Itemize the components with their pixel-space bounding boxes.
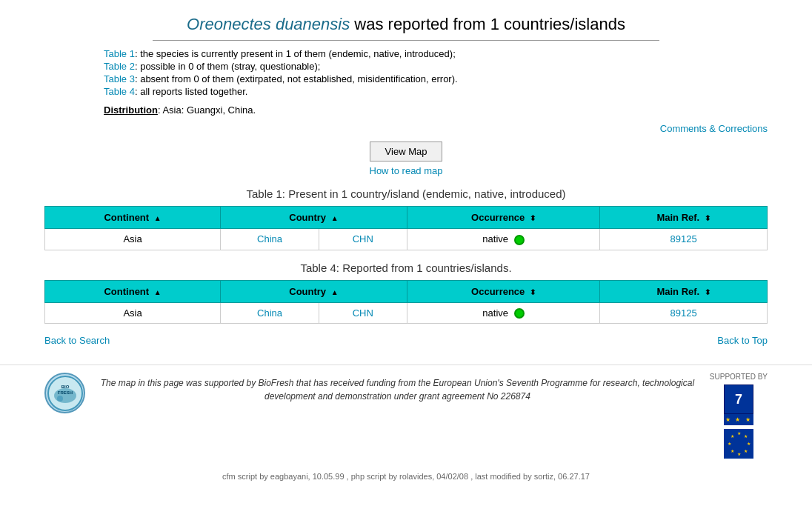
table2-description: Table 2: possible in 0 of them (stray, q…	[104, 61, 768, 72]
table-row: Asia China CHN native 89125	[45, 302, 768, 324]
cfm-script-line: cfm script by eagbayani, 10.05.99 , php …	[0, 466, 812, 485]
table2-text: : possible in 0 of them (stray, question…	[135, 61, 321, 72]
country-link[interactable]: China	[257, 233, 282, 244]
country-code-cell: CHN	[319, 302, 407, 324]
native-dot-icon	[514, 235, 525, 245]
native-dot-icon	[514, 308, 525, 319]
table-links-section: Table 1: the species is currently presen…	[104, 48, 768, 97]
table1-continent-header[interactable]: Continent ▲	[45, 207, 221, 229]
svg-text:★: ★	[730, 449, 733, 453]
distribution-label: Distribution	[104, 104, 158, 116]
footer-text: The map in this page was supported by Bi…	[100, 373, 695, 403]
page-title: Oreonectes duanensis was reported from 1…	[44, 15, 768, 34]
continent-cell: Asia	[45, 229, 221, 250]
country-link[interactable]: China	[257, 307, 282, 319]
svg-text:FRESH: FRESH	[57, 390, 72, 395]
comments-corrections-link[interactable]: Comments & Corrections	[660, 123, 768, 134]
map-area: View Map How to read map	[44, 142, 768, 176]
view-map-button[interactable]: View Map	[370, 142, 443, 162]
table1-header-row: Continent ▲ Country ▲ Occurrence ⬍ Main …	[45, 207, 768, 229]
occurrence-cell: native	[407, 302, 600, 324]
title-area: Oreonectes duanensis was reported from 1…	[44, 15, 768, 41]
comments-corrections-area: Comments & Corrections	[44, 123, 768, 134]
footer-paragraph: The map in this page was supported by Bi…	[100, 376, 695, 403]
table1-occurrence-header[interactable]: Occurrence ⬍	[407, 207, 600, 229]
svg-text:★: ★	[736, 431, 740, 436]
svg-text:★: ★	[736, 452, 740, 456]
distribution-text: : Asia: Guangxi, China.	[158, 104, 256, 116]
country-code-link[interactable]: CHN	[353, 307, 373, 319]
continent-sort-icon: ▲	[154, 214, 162, 222]
table4: Continent ▲ Country ▲ Occurrence ⬍ Main …	[44, 280, 768, 324]
how-to-read-map-link[interactable]: How to read map	[44, 165, 768, 176]
bottom-navigation: Back to Search Back to Top	[44, 331, 768, 350]
table4-text: : all reports listed together.	[135, 86, 247, 97]
table4-occurrence-header[interactable]: Occurrence ⬍	[407, 280, 600, 302]
svg-text:★: ★	[746, 442, 750, 446]
table1-title: Table 1: Present in 1 country/island (en…	[44, 187, 768, 200]
table4-mainref-header[interactable]: Main Ref. ⬍	[600, 280, 768, 302]
t4-country-sort-icon: ▲	[331, 288, 339, 296]
eu-flag-icon: ★ ★ ★ ★ ★ ★ ★ ★	[724, 429, 753, 459]
svg-text:★: ★	[743, 449, 747, 453]
table4-continent-header[interactable]: Continent ▲	[45, 280, 221, 302]
table4-link[interactable]: Table 4	[104, 86, 135, 97]
table1-mainref-header[interactable]: Main Ref. ⬍	[600, 207, 768, 229]
table4-country-header[interactable]: Country ▲	[221, 280, 407, 302]
main-ref-cell: 89125	[600, 302, 768, 324]
t4-mainref-sort-icon: ⬍	[705, 288, 710, 296]
svg-text:★: ★	[727, 442, 731, 446]
continent-cell: Asia	[45, 302, 221, 324]
title-suffix: was reported from 1 countries/islands	[350, 15, 625, 33]
main-ref-cell: 89125	[600, 229, 768, 250]
distribution-section: Distribution: Asia: Guangxi, China.	[104, 104, 768, 116]
table4-title: Table 4: Reported from 1 countries/islan…	[44, 262, 768, 274]
footer: BIO FRESH The map in this page was suppo…	[0, 364, 812, 466]
main-ref-link[interactable]: 89125	[670, 233, 697, 244]
mainref-sort-icon: ⬍	[705, 214, 710, 222]
country-code-link[interactable]: CHN	[353, 233, 373, 244]
table4-description: Table 4: all reports listed together.	[104, 86, 768, 97]
table3-description: Table 3: absent from 0 of them (extirpat…	[104, 73, 768, 84]
t4-occurrence-sort-icon: ⬍	[530, 288, 536, 296]
country-cell: China	[221, 302, 319, 324]
table3-link[interactable]: Table 3	[104, 73, 135, 84]
fp7-number: 7	[724, 384, 753, 414]
svg-point-4	[57, 396, 63, 402]
country-sort-icon: ▲	[331, 214, 339, 222]
svg-text:★: ★	[730, 434, 733, 439]
table1-description: Table 1: the species is currently presen…	[104, 48, 768, 59]
back-to-search-link[interactable]: Back to Search	[44, 335, 110, 346]
occurrence-cell: native	[407, 229, 600, 250]
table1-country-header[interactable]: Country ▲	[221, 207, 407, 229]
supported-by-text: SUPPORTED BY	[710, 373, 768, 381]
table2-link[interactable]: Table 2	[104, 61, 135, 72]
table3-text: : absent from 0 of them (extirpated, not…	[135, 73, 458, 84]
country-code-cell: CHN	[319, 229, 407, 250]
footer-right: SUPPORTED BY 7 ★ ★ ★ ★ ★ ★ ★ ★ ★ ★ ★	[710, 373, 768, 459]
country-cell: China	[221, 229, 319, 250]
occurrence-sort-icon: ⬍	[530, 214, 536, 222]
table1: Continent ▲ Country ▲ Occurrence ⬍ Main …	[44, 206, 768, 250]
biofresh-logo-svg: BIO FRESH	[47, 375, 84, 412]
title-divider	[153, 40, 659, 41]
svg-text:★: ★	[743, 434, 747, 439]
eu-stars: ★ ★ ★	[724, 414, 753, 425]
table-row: Asia China CHN native 89125	[45, 229, 768, 250]
fp7-badge: 7 ★ ★ ★	[724, 384, 753, 425]
t4-continent-sort-icon: ▲	[154, 288, 162, 296]
back-to-top-link[interactable]: Back to Top	[717, 335, 768, 346]
main-ref-link[interactable]: 89125	[670, 307, 697, 319]
table1-link[interactable]: Table 1	[104, 48, 135, 59]
table1-text: : the species is currently present in 1 …	[135, 48, 456, 59]
table4-header-row: Continent ▲ Country ▲ Occurrence ⬍ Main …	[45, 280, 768, 302]
svg-text:BIO: BIO	[61, 384, 69, 389]
biofresh-logo: BIO FRESH	[44, 373, 85, 413]
species-name: Oreonectes duanensis	[187, 15, 350, 33]
